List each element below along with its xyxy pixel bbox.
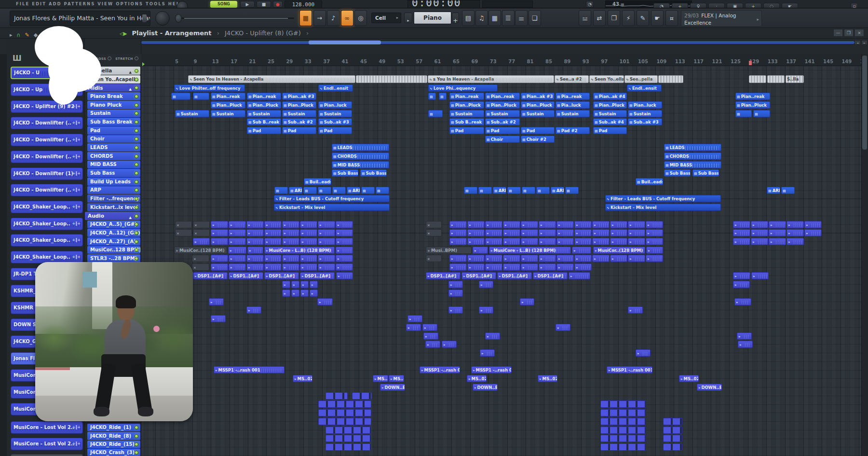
audio-clip[interactable]: »: [610, 221, 627, 228]
pattern-clip[interactable]: ▤Sustain: [247, 110, 281, 117]
audio-clip[interactable]: »: [247, 247, 263, 254]
audio-clip[interactable]: »: [264, 263, 282, 271]
picker-item[interactable]: J4CKO - Downlifter (..+‖+: [11, 134, 83, 146]
audio-clip[interactable]: »: [229, 263, 246, 271]
pattern-clip[interactable]: ▤: [303, 187, 317, 194]
muted-clip[interactable]: ×: [175, 221, 192, 228]
audio-clip[interactable]: »: [503, 229, 520, 236]
track-mute-led[interactable]: [135, 434, 138, 438]
audio-cells-clip[interactable]: [318, 401, 371, 408]
audio-cells-clip[interactable]: [318, 409, 371, 416]
track-header[interactable]: LEADS: [87, 143, 140, 152]
collapse-arrow-icon[interactable]: ▲: [129, 85, 132, 92]
track-mute-led[interactable]: [135, 442, 138, 446]
audio-clip[interactable]: »: [300, 221, 317, 228]
collapse-arrow-icon[interactable]: ▲: [129, 69, 132, 75]
audio-clip[interactable]: »: [636, 349, 651, 357]
audio-clip[interactable]: »: [804, 229, 822, 236]
pattern-clip[interactable]: ▤Sub B..reak: [449, 118, 484, 125]
audio-clip[interactable]: »: [467, 229, 485, 236]
audio-clip[interactable]: »: [479, 281, 493, 288]
muted-clip[interactable]: ×: [426, 229, 442, 236]
audio-clip[interactable]: »: [448, 306, 463, 314]
audio-clip[interactable]: »: [574, 229, 592, 236]
audio-clip[interactable]: »: [503, 255, 520, 262]
audio-cells-clip[interactable]: [326, 427, 371, 434]
pattern-clip[interactable]: ▤Sustain: [593, 110, 627, 117]
track-mute-led[interactable]: [135, 197, 138, 201]
audio-clip[interactable]: »: [521, 221, 538, 228]
audio-clip[interactable]: »: [610, 238, 627, 245]
audio-clip[interactable]: »: [246, 229, 264, 236]
track-header[interactable]: J4CKO_Ride_(1): [87, 424, 140, 431]
audio-clip[interactable]: »: [336, 229, 353, 236]
track-mute-led[interactable]: [135, 180, 138, 184]
audio-clip[interactable]: »: [734, 298, 751, 305]
pattern-clip[interactable]: ▤: [428, 110, 443, 117]
audio-cells-clip[interactable]: [326, 435, 371, 442]
audio-clip[interactable]: »: [318, 255, 335, 262]
picker-item[interactable]: J4CKO - Downlifter (1)+‖+: [11, 167, 83, 180]
audio-clip[interactable]: »MSSP1 -..rash 001: [607, 366, 652, 373]
audio-clip[interactable]: »: [539, 263, 556, 271]
track-mute-led[interactable]: [135, 222, 138, 226]
pattern-clip[interactable]: ▤Sustain: [628, 110, 662, 117]
pattern-clip[interactable]: ▤Pad: [318, 127, 352, 134]
track-mute-led[interactable]: [135, 111, 138, 115]
audio-clip[interactable]: »: [646, 238, 663, 245]
audio-clip[interactable]: »: [300, 238, 317, 245]
audio-clip[interactable]: »: [310, 290, 318, 297]
loop-marker[interactable]: [749, 61, 752, 65]
audio-clip[interactable]: »: [592, 221, 610, 228]
pattern-clip[interactable]: ▤Pian..ak #3: [521, 93, 555, 100]
audio-clip[interactable]: »: [211, 229, 228, 236]
pattern-clip[interactable]: ▤ARP: [551, 187, 564, 194]
automation-clip[interactable]: ∿Endl..ensit: [627, 84, 662, 92]
audio-clip[interactable]: »MSSP1 -..rash 001: [471, 366, 512, 373]
pattern-clip[interactable]: ▤Pian..reak: [247, 93, 281, 100]
muted-clip[interactable]: ×: [426, 255, 442, 262]
track-mute-led[interactable]: [135, 451, 138, 455]
automation-clip[interactable]: ∿Love Philter..off frequency: [174, 84, 245, 92]
acapella-audio-clip[interactable]: ∿s You In Heaven - Acapella: [428, 75, 554, 83]
pattern-clip[interactable]: ▤Pian..Pluck: [449, 101, 484, 109]
audio-cells-clip[interactable]: [600, 435, 646, 442]
audio-clip[interactable]: »: [646, 247, 663, 254]
track-header[interactable]: Sustain: [87, 110, 140, 117]
automation-clip[interactable]: ∿Kickstart - Mix level: [605, 204, 721, 211]
audio-cells-clip[interactable]: [318, 418, 371, 425]
audio-clip[interactable]: »DOWN..EEP: [473, 384, 498, 391]
audio-clip[interactable]: »: [246, 306, 261, 314]
audio-clip[interactable]: »: [574, 238, 592, 245]
pattern-clip[interactable]: ▤Pia..luck: [556, 101, 590, 109]
audio-cells-clip[interactable]: [663, 435, 682, 442]
audio-cells-clip[interactable]: [600, 401, 646, 408]
pattern-clip[interactable]: ▤Sustain: [175, 110, 209, 117]
audio-clip[interactable]: »: [556, 255, 574, 262]
audio-clip[interactable]: »: [449, 238, 467, 245]
pattern-clip[interactable]: ▤: [565, 187, 579, 194]
audio-clip[interactable]: »: [751, 221, 768, 228]
audio-clip[interactable]: »: [592, 229, 610, 236]
acapella-audio-clip[interactable]: [356, 75, 427, 83]
audio-clip[interactable]: »: [556, 324, 570, 331]
acapella-audio-clip[interactable]: ∿Seen Yo..ella: [589, 75, 624, 83]
track-mute-led[interactable]: [135, 248, 138, 252]
track-mute-led[interactable]: [135, 257, 138, 261]
audio-clip[interactable]: »: [738, 341, 753, 348]
audio-clip[interactable]: »: [503, 238, 520, 245]
pattern-clip[interactable]: ▤Sub Bass: [332, 169, 358, 177]
audio-clip[interactable]: »: [300, 229, 317, 236]
pattern-clip[interactable]: ▤Pian..Pluck: [485, 101, 520, 109]
audio-clip[interactable]: »: [282, 281, 290, 288]
audio-clip[interactable]: »: [318, 221, 335, 228]
audio-clip[interactable]: »: [628, 221, 645, 228]
pattern-clip[interactable]: ▤: [522, 187, 535, 194]
audio-clip[interactable]: »DSP1..[A#]: [533, 272, 568, 279]
audio-clip[interactable]: »: [282, 238, 299, 245]
audio-clip[interactable]: »: [246, 255, 264, 262]
audio-clip[interactable]: »: [610, 255, 627, 262]
picker-item[interactable]: J4CKO - Downlifter (..+‖+: [11, 151, 83, 163]
pattern-clip[interactable]: ▤Sustain: [318, 110, 352, 117]
acapella-audio-clip[interactable]: [749, 75, 766, 83]
